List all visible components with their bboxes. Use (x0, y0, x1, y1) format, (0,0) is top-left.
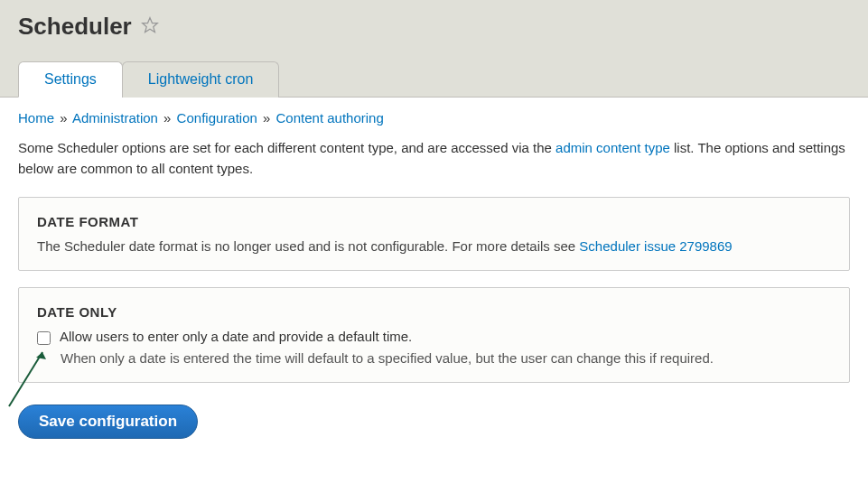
save-configuration-button[interactable]: Save configuration (18, 405, 198, 439)
breadcrumb-administration[interactable]: Administration (72, 110, 158, 126)
scheduler-issue-link[interactable]: Scheduler issue 2799869 (579, 238, 732, 254)
intro-text: Some Scheduler options are set for each … (18, 138, 850, 179)
date-format-fieldset: DATE FORMAT The Scheduler date format is… (18, 197, 850, 271)
breadcrumb-configuration[interactable]: Configuration (177, 110, 257, 126)
date-only-legend: DATE ONLY (37, 304, 831, 320)
breadcrumb: Home » Administration » Configuration » … (18, 110, 850, 126)
breadcrumb-home[interactable]: Home (18, 110, 54, 126)
breadcrumb-separator: » (263, 110, 270, 126)
date-only-checkbox-label[interactable]: Allow users to enter only a date and pro… (60, 329, 412, 344)
intro-part1: Some Scheduler options are set for each … (18, 140, 555, 155)
breadcrumb-content-authoring[interactable]: Content authoring (276, 110, 384, 126)
breadcrumb-separator: » (163, 110, 171, 126)
date-only-fieldset: DATE ONLY Allow users to enter only a da… (18, 287, 850, 383)
admin-content-type-link[interactable]: admin content type (555, 140, 670, 155)
tab-settings[interactable]: Settings (18, 61, 123, 98)
page-title: Scheduler (18, 13, 132, 41)
date-format-legend: DATE FORMAT (37, 214, 831, 229)
date-only-checkbox[interactable] (37, 331, 51, 345)
svg-marker-0 (142, 18, 157, 33)
breadcrumb-separator: » (60, 110, 67, 126)
tabs: Settings Lightweight cron (18, 60, 850, 97)
tab-lightweight-cron[interactable]: Lightweight cron (122, 61, 280, 98)
date-format-desc: The Scheduler date format is no longer u… (37, 238, 831, 254)
date-only-help: When only a date is entered the time wil… (61, 350, 831, 366)
favorite-star-icon[interactable] (141, 16, 159, 37)
